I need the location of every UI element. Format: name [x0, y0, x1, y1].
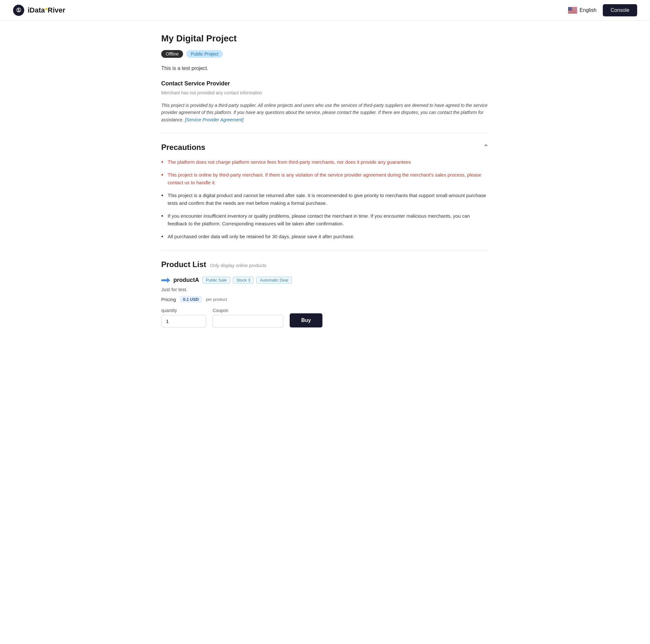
list-item: The platform does not charge platform se… [161, 158, 489, 166]
logo-text-2: River [47, 6, 65, 14]
buy-button[interactable]: Buy [290, 313, 322, 328]
quantity-field-group: quantity [161, 308, 206, 328]
svg-rect-13 [568, 12, 577, 13]
contact-no-info: Merchant has not provided any contact in… [161, 90, 489, 96]
product-list-header: Product List Only display online product… [161, 260, 489, 269]
offline-badge: Offline [161, 50, 183, 58]
product-badge-stock: Stock 3 [233, 277, 254, 283]
svg-text:①: ① [16, 7, 21, 13]
divider-1 [161, 133, 489, 133]
logo-area: ① iData*River [13, 4, 65, 16]
product-badge-auto-deal: Automatic Deal [256, 277, 292, 283]
language-text: English [580, 7, 597, 13]
project-title: My Digital Project [161, 33, 489, 44]
product-list-title: Product List [161, 260, 206, 269]
svg-rect-12 [568, 12, 577, 12]
product-description: Just for test. [161, 287, 489, 292]
console-button[interactable]: Console [603, 4, 637, 16]
header: ① iData*River ★★ [0, 0, 650, 21]
service-provider-agreement-link[interactable]: [Service Provider Agreement] [185, 117, 244, 122]
header-right: ★★★★ ★★★ ★★★★ English Console [568, 4, 637, 16]
product-item: productA Public Sale Stock 3 Automatic D… [161, 277, 489, 328]
list-item: All purchased order data will only be re… [161, 233, 489, 240]
precautions-section: Precautions ⌃ The platform does not char… [161, 143, 489, 240]
product-name-row: productA Public Sale Stock 3 Automatic D… [161, 277, 489, 283]
coupon-field-group: Coupon [213, 308, 283, 328]
project-description: This is a test project. [161, 66, 489, 71]
us-flag-icon: ★★★★ ★★★ ★★★★ [568, 7, 577, 13]
list-item: This project is a digital product and ca… [161, 192, 489, 207]
svg-text:★: ★ [571, 9, 572, 10]
language-selector[interactable]: ★★★★ ★★★ ★★★★ English [568, 7, 597, 13]
product-list-section: Product List Only display online product… [161, 260, 489, 328]
precautions-header: Precautions ⌃ [161, 143, 489, 152]
pricing-row: Pricing 0.1 USD per product [161, 296, 489, 303]
precautions-chevron-icon[interactable]: ⌃ [483, 143, 489, 152]
logo-text-1: iData [28, 6, 45, 14]
product-name: productA [173, 277, 199, 283]
product-list-subtitle: Only display online products [210, 263, 266, 268]
logo-text: iData*River [28, 6, 65, 14]
precautions-title: Precautions [161, 143, 205, 152]
precautions-list: The platform does not charge platform se… [161, 158, 489, 240]
disclaimer: This project is provided by a third-part… [161, 102, 489, 123]
svg-rect-27 [161, 279, 168, 281]
svg-rect-14 [568, 13, 577, 13]
product-icon [161, 278, 170, 283]
coupon-input[interactable] [213, 315, 283, 328]
pricing-badge: 0.1 USD [180, 296, 202, 303]
divider-2 [161, 250, 489, 251]
svg-rect-11 [568, 11, 577, 12]
quantity-label: quantity [161, 308, 206, 313]
contact-section-heading: Contact Service Provider [161, 80, 489, 87]
product-badge-public-sale: Public Sale [202, 277, 230, 283]
svg-marker-28 [167, 278, 170, 283]
public-badge: Public Project [186, 50, 223, 58]
list-item: This project is online by third-party me… [161, 171, 489, 187]
product-badges: Public Sale Stock 3 Automatic Deal [202, 277, 292, 283]
svg-rect-9 [568, 10, 577, 11]
badges: Offline Public Project [161, 50, 489, 58]
quantity-input[interactable] [161, 315, 206, 328]
svg-rect-10 [568, 11, 577, 11]
purchase-row: quantity Coupon Buy [161, 308, 489, 328]
logo-icon: ① [13, 4, 25, 16]
pricing-per-unit: per product [206, 297, 227, 302]
pricing-label: Pricing [161, 297, 176, 302]
list-item: If you encounter insufficient inventory … [161, 212, 489, 228]
product-arrow-icon [161, 278, 170, 283]
coupon-label: Coupon [213, 308, 283, 313]
main-content: My Digital Project Offline Public Projec… [148, 21, 502, 350]
